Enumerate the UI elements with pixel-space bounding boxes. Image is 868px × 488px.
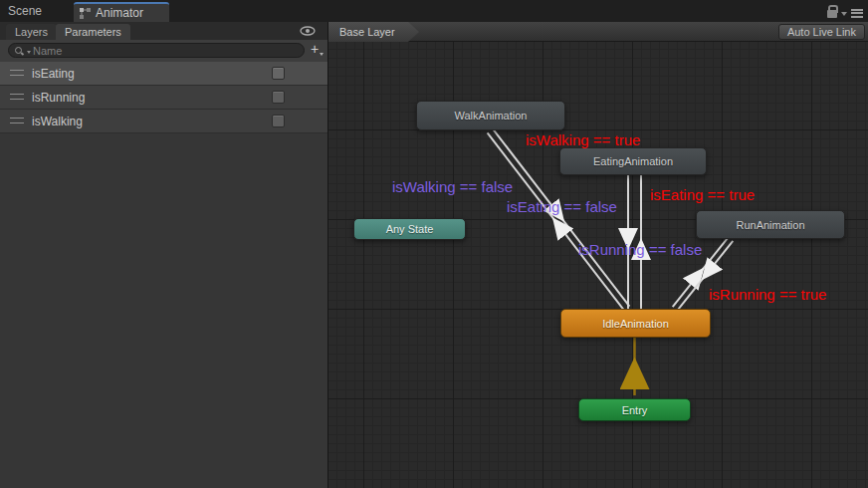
search-field[interactable] — [8, 43, 305, 58]
tab-scene[interactable]: Scene — [8, 4, 42, 18]
state-node-any-state[interactable]: Any State — [353, 218, 466, 240]
parameters-panel: Layers Parameters + isEating is — [0, 22, 328, 488]
condition-label-isrunning-true: isRunning == true — [709, 286, 826, 303]
auto-live-link-button[interactable]: Auto Live Link — [778, 24, 865, 40]
graph-canvas[interactable]: WalkAnimation EatingAnimation RunAnimati… — [328, 22, 868, 488]
search-icon — [15, 46, 25, 56]
drag-handle-icon[interactable] — [10, 94, 24, 101]
search-filter-dropdown-icon[interactable] — [27, 51, 31, 54]
parameter-checkbox[interactable] — [272, 115, 285, 127]
window-tab-bar: Scene Animator — [0, 0, 868, 22]
state-node-walkanimation[interactable]: WalkAnimation — [416, 101, 565, 130]
parameter-label: isRunning — [32, 91, 85, 105]
add-parameter-button[interactable]: + — [306, 42, 324, 58]
drag-handle-icon[interactable] — [10, 118, 24, 124]
parameter-checkbox[interactable] — [272, 67, 285, 80]
parameter-checkbox[interactable] — [272, 91, 285, 104]
window-menu-icon[interactable] — [851, 9, 863, 18]
tab-layers[interactable]: Layers — [6, 24, 57, 40]
layout-dropdown-icon[interactable] — [841, 12, 847, 16]
drag-handle-icon[interactable] — [10, 70, 24, 77]
parameter-row-isrunning[interactable]: isRunning — [0, 86, 327, 110]
breadcrumb-base-layer[interactable]: Base Layer — [328, 22, 420, 42]
parameter-row-iseating[interactable]: isEating — [0, 62, 327, 86]
state-node-eatinganimation[interactable]: EatingAnimation — [559, 147, 707, 175]
condition-label-iswalking-true: isWalking == true — [526, 131, 640, 148]
tab-parameters[interactable]: Parameters — [56, 24, 130, 40]
graph-header-bar: Base Layer Auto Live Link — [328, 22, 868, 42]
animator-icon — [80, 8, 91, 19]
state-node-idleanimation[interactable]: IdleAnimation — [560, 309, 711, 338]
parameter-list: isEating isRunning isWalking — [0, 62, 327, 133]
parameter-label: isEating — [32, 67, 75, 81]
condition-label-iseating-false: isEating == false — [507, 198, 617, 215]
state-node-entry[interactable]: Entry — [578, 398, 691, 421]
parameter-row-iswalking[interactable]: isWalking — [0, 110, 327, 133]
layers-parameters-toolbar: Layers Parameters — [0, 22, 327, 40]
parameter-label: isWalking — [32, 115, 83, 128]
animator-window: Scene Animator Layers Parameters — [0, 0, 868, 488]
eye-icon[interactable] — [300, 26, 316, 36]
lock-icon[interactable] — [827, 10, 837, 18]
condition-label-isrunning-false: isRunning == false — [578, 241, 702, 258]
search-input[interactable] — [33, 45, 304, 57]
condition-label-iseating-true: isEating == true — [650, 186, 755, 203]
condition-label-iswalking-false: isWalking == false — [392, 178, 513, 195]
state-node-runanimation[interactable]: RunAnimation — [696, 210, 845, 239]
tab-animator[interactable]: Animator — [74, 2, 169, 22]
tab-animator-label: Animator — [96, 6, 143, 20]
search-row: + — [0, 40, 327, 62]
